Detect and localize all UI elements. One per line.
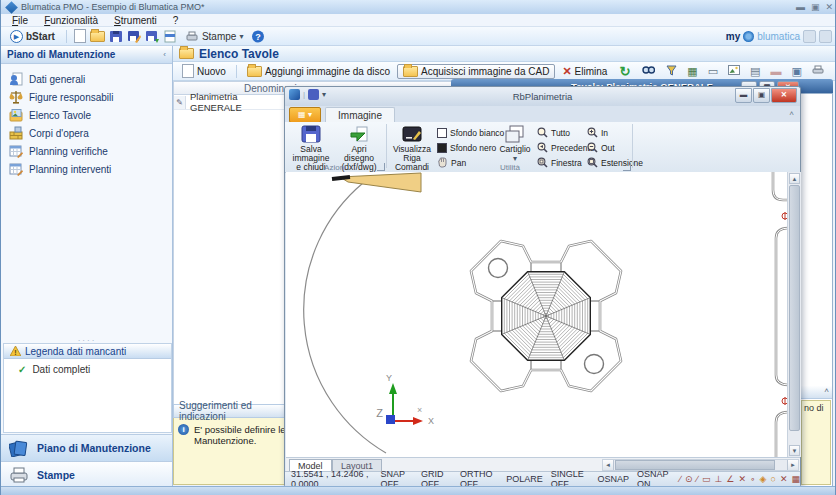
rb-qat-dropdown-icon[interactable]: ▾ [322,90,326,99]
osnap-polygon-icon[interactable] [771,474,776,484]
ucs-icon: Y Z X × [376,373,434,426]
rb-qat-save-icon[interactable] [308,89,319,100]
card-view-icon[interactable]: ▭ [704,66,722,77]
add-image-folder-icon [247,66,262,77]
scroll-up-icon[interactable]: ▲ [789,173,800,184]
table-row[interactable]: ✎ Planimetria GENERALE [174,95,284,110]
stampa-tavola-icon[interactable] [808,65,828,77]
scroll-right-icon[interactable]: ► [787,460,798,470]
image-preview-icon[interactable] [724,65,744,77]
ribbon-collapse-icon[interactable]: ˄ [789,109,794,118]
open-folder-icon[interactable] [90,31,105,42]
sidebar-item-elenco-tavole[interactable]: Elenco Tavole [1,106,172,124]
cad-drawing-canvas[interactable]: Y Z X × ▲ ▼ [286,172,789,457]
rb-tab-immagine-tavola[interactable]: Immagine tavola [325,107,395,123]
canvas-horizontal-scrollbar[interactable]: ◄ ► [602,459,799,471]
account-icon[interactable] [803,30,816,43]
save-edit-icon[interactable] [127,30,141,43]
rb-titlebar[interactable]: | ▾ RbPlanimetria ▬ ▣ ✕ [285,87,800,106]
toggle-polare[interactable]: POLARE [502,474,547,484]
osnap-line-icon[interactable] [679,474,681,484]
canvas-vertical-scrollbar[interactable]: ▲ ▼ [787,172,801,457]
apri-disegno-button[interactable]: Apri disegno(dxf/dwg) [336,124,382,162]
grid-view-icon[interactable]: ▤ [746,66,764,77]
stampe-button[interactable]: Stampe▾ [181,29,247,44]
group-label-utilita: Utilità [389,163,631,172]
nav-piano-di-manutenzione[interactable]: Piano di Manutenzione [1,434,172,461]
nav-stampe[interactable]: Stampe [1,461,172,487]
sfondo-nero-button[interactable]: Sfondo nero [437,141,496,154]
menubar: File Funzionalità Strumenti ? [1,14,836,27]
minimize-icon[interactable]: ▬ [796,2,805,12]
cartiglio-button[interactable]: Cartiglio▾ [497,124,533,162]
refresh-icon[interactable]: ↻ [614,66,635,77]
expand-table-icon[interactable]: ▦ [683,66,701,77]
maximize-icon[interactable]: ▣ [811,2,820,12]
sidebar-item-planning-verifiche[interactable]: Planning verifiche [1,142,172,160]
osnap-nearest-icon[interactable] [726,474,734,484]
right-panel-collapse-icon[interactable]: ˄ [800,386,832,399]
new-document-icon[interactable] [74,29,86,43]
wedge-mark [332,177,350,179]
menu-help[interactable]: ? [166,15,186,26]
elimina-button[interactable]: ✕ Elimina [557,65,612,78]
save-all-icon[interactable] [145,30,159,43]
scales-icon [9,90,23,104]
svg-text:Y: Y [386,373,392,383]
osnap-perpendicular-icon[interactable] [714,474,722,484]
aggiungi-immagine-button[interactable]: Aggiungi immagine da disco [242,65,395,78]
scroll-left-icon[interactable]: ◄ [603,460,614,470]
nuovo-button[interactable]: Nuovo [177,63,231,79]
rb-maximize-icon[interactable]: ▣ [753,88,770,103]
osnap-apparent-icon[interactable] [780,474,788,484]
rb-app-icon[interactable] [289,89,300,100]
find-icon[interactable] [637,65,660,78]
collapse-sidebar-icon[interactable]: ‹ [163,50,166,59]
osnap-quadrant-icon[interactable] [760,474,767,484]
azioni-dialog-launcher-icon[interactable] [377,163,385,171]
osnap-intersection-icon[interactable] [738,474,746,484]
bstart-button[interactable]: ▶ bStart [6,29,59,44]
zoom-tutto-button[interactable]: Tutto [537,126,570,139]
acquisisci-immagine-cad-button[interactable]: Acquisisci immagine da CAD [397,64,555,79]
scroll-down-icon[interactable]: ▼ [789,445,800,456]
sidebar-item-dati-generali[interactable]: Dati generali [1,70,172,88]
toggle-osnap[interactable]: OSNAP [594,474,634,484]
window-title: Blumatica PMO - Esempio di Blumatica PMO… [21,2,205,12]
rb-close-icon[interactable]: ✕ [771,88,797,103]
sidebar-item-figure-responsabili[interactable]: Figure responsabili [1,88,172,106]
zoom-precedente-button[interactable]: Precedente [537,141,594,154]
export-document-icon[interactable] [163,30,177,43]
menu-funzionalita[interactable]: Funzionalità [37,15,105,26]
sfondo-bianco-button[interactable]: Sfondo bianco [437,126,504,139]
svg-text:×: × [417,405,422,415]
filter-icon[interactable] [662,65,681,78]
menu-strumenti[interactable]: Strumenti [107,15,164,26]
salva-immagine-button[interactable]: Salva immaginee chiudi [288,124,334,162]
my-blumatica-logo[interactable]: my blumatica [726,30,832,43]
wedge-shape [340,173,421,192]
zoom-in-button[interactable]: In [587,126,608,139]
save-icon[interactable] [109,30,123,43]
osnap-midpoint-icon[interactable] [696,474,698,484]
rb-minimize-icon[interactable]: ▬ [735,88,752,103]
bstart-icon: ▶ [10,30,23,43]
black-background-icon [437,143,447,153]
close-icon[interactable]: ✕ [825,2,833,12]
osnap-node-icon[interactable] [750,474,756,484]
rb-application-button[interactable]: ▦ ▾ [289,107,321,123]
visualizza-riga-comandi-button[interactable]: VisualizzaRiga Comandi [389,124,435,162]
zoom-out-button[interactable]: Out [587,141,615,154]
sidebar-item-planning-interventi[interactable]: Planning interventi [1,160,172,178]
help-icon[interactable]: ? [251,30,265,43]
osnap-settings-icon[interactable] [792,474,801,484]
edit-window-icon[interactable]: ▣ [788,66,806,77]
osnap-box-icon[interactable] [702,474,711,484]
menu-file[interactable]: File [5,15,35,26]
sidebar-item-corpi-dopera[interactable]: Corpi d'opera [1,124,172,142]
osnap-center-icon[interactable] [685,474,693,484]
utilita-dialog-launcher-icon[interactable] [623,163,631,171]
vertical-scroll-thumb[interactable] [789,185,800,431]
white-background-icon [437,128,447,138]
check-icon: ✓ [18,364,26,375]
